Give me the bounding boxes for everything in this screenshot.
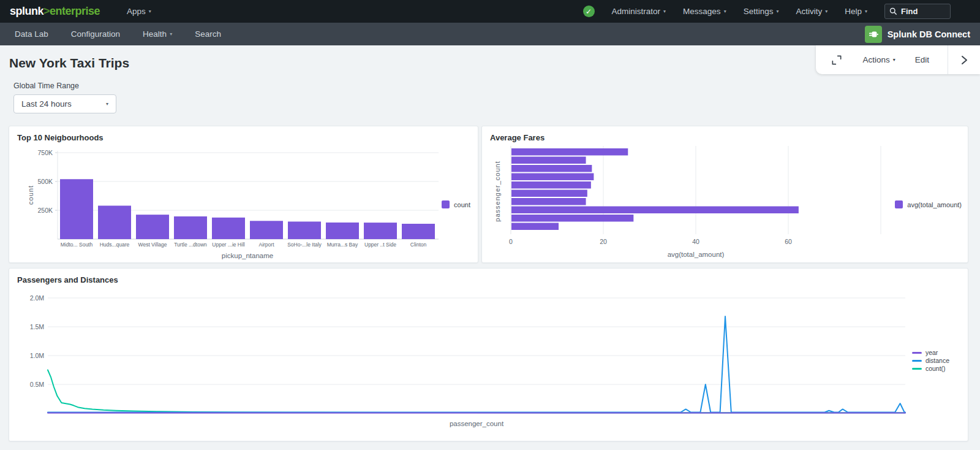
x-tick-label: Turtle ...dtown [174, 242, 207, 248]
x-tick-label: West Village [138, 242, 167, 248]
legend[interactable]: avg(total_amount) [895, 200, 962, 208]
bar-0[interactable] [511, 148, 628, 156]
legend-label: year [925, 349, 938, 356]
health-status-icon[interactable]: ✓ [583, 6, 595, 17]
nav-health[interactable]: Health▾ [143, 29, 172, 39]
menu-settings[interactable]: Settings▾ [744, 7, 779, 16]
menu-help[interactable]: Help▾ [845, 7, 867, 16]
time-range-label: Global Time Range [13, 82, 980, 90]
panel-title: Average Fares [490, 133, 960, 142]
chevron-down-icon: ▾ [865, 9, 867, 14]
panel-title: Top 10 Neigbourhoods [17, 133, 470, 142]
bar-8[interactable] [511, 215, 633, 222]
bar-6[interactable] [288, 221, 321, 239]
bar-9[interactable] [402, 224, 435, 239]
chevron-down-icon: ▾ [170, 32, 172, 37]
x-tick-label: Murra...s Bay [327, 242, 358, 248]
nav-search[interactable]: Search [195, 29, 221, 39]
edit-button[interactable]: Edit [915, 55, 929, 64]
find-input[interactable] [901, 7, 944, 16]
series-distance[interactable] [48, 316, 905, 412]
legend-item-year[interactable]: year [912, 349, 938, 356]
bar-3[interactable] [174, 216, 207, 239]
svg-text:1.0M: 1.0M [30, 352, 44, 359]
svg-text:1.5M: 1.5M [30, 323, 44, 330]
app-identity: Splunk DB Connect [865, 26, 970, 43]
bar-8[interactable] [364, 223, 397, 239]
x-tick-label: SoHo-...le Italy [287, 242, 322, 248]
bar-4[interactable] [212, 218, 245, 239]
average-fares-bar-chart: 0204060avg(total_amount)passenger_count [490, 142, 960, 263]
chevron-down-icon: ▾ [663, 9, 666, 14]
logo-enterprise-text: enterprise [50, 5, 100, 17]
top10-chart-svg: 250K500K750KMidto... SouthHuds...quareWe… [17, 142, 446, 263]
legend[interactable]: yeardistancecount() [912, 349, 949, 372]
fullscreen-expand-icon[interactable] [831, 54, 843, 66]
apps-menu[interactable]: Apps▾ [127, 7, 151, 16]
top-app-bar: splunk>enterprise Apps▾ ✓ Administrator▾… [0, 0, 980, 23]
bar-2[interactable] [136, 215, 169, 239]
topbar-right-group: ✓ Administrator▾ Messages▾ Settings▾ Act… [583, 4, 951, 19]
menu-messages[interactable]: Messages▾ [683, 7, 726, 16]
x-axis-label: pickup_ntaname [222, 252, 273, 259]
bar-1[interactable] [511, 157, 586, 164]
legend-label: count [454, 201, 470, 208]
bar-0[interactable] [60, 179, 93, 239]
chevron-down-icon: ▾ [149, 9, 151, 14]
x-tick-label: Huds...quare [100, 242, 130, 248]
time-range-value: Last 24 hours [21, 99, 72, 109]
find-search-box[interactable] [884, 4, 951, 19]
svg-text:2.0M: 2.0M [30, 294, 44, 302]
app-name: Splunk DB Connect [888, 29, 970, 39]
legend-swatch [912, 360, 922, 362]
chevron-right-button[interactable] [948, 45, 980, 74]
bar-5[interactable] [250, 221, 283, 239]
menu-activity[interactable]: Activity▾ [796, 7, 827, 16]
chevron-down-icon: ▾ [776, 9, 778, 14]
logo-gt: > [43, 5, 50, 17]
dashboard-toolbar: Actions▾ Edit [816, 45, 980, 74]
passengers-chart-svg: 0.5M1.0M1.5M2.0Mpassenger_count [17, 284, 924, 430]
legend-item-count[interactable]: count() [912, 365, 946, 372]
menu-administrator[interactable]: Administrator▾ [612, 7, 666, 16]
bar-7[interactable] [326, 223, 359, 239]
panel-passengers-distances: Passengers and Distances 0.5M1.0M1.5M2.0… [9, 268, 968, 441]
bar-5[interactable] [511, 190, 587, 197]
x-tick-label: Clinton [410, 242, 427, 248]
x-axis-label: passenger_count [450, 420, 504, 427]
x-tick-label: Upper ...ie Hill [212, 242, 244, 248]
bar-2[interactable] [511, 165, 592, 172]
legend-label: avg(total_amount) [907, 201, 962, 208]
top10-bar-chart: 250K500K750KMidto... SouthHuds...quareWe… [17, 142, 470, 263]
svg-text:750K: 750K [37, 149, 53, 156]
panel-title: Passengers and Distances [17, 275, 960, 284]
nav-configuration[interactable]: Configuration [71, 29, 120, 39]
panel-average-fares: Average Fares 0204060avg(total_amount)pa… [481, 126, 968, 263]
bar-9[interactable] [511, 223, 559, 231]
app-nav-bar: Data Lab Configuration Health▾ Search Sp… [0, 23, 980, 45]
bar-7[interactable] [511, 207, 799, 214]
svg-text:20: 20 [600, 238, 607, 245]
legend-label: count() [925, 365, 946, 372]
legend-swatch [895, 200, 903, 208]
svg-text:0: 0 [509, 238, 513, 245]
legend[interactable]: count [442, 200, 470, 208]
legend-swatch [442, 200, 450, 208]
bar-3[interactable] [511, 174, 594, 181]
panel-row-top: Top 10 Neigbourhoods 250K500K750KMidto..… [9, 126, 968, 263]
series-count()[interactable] [48, 370, 905, 413]
bar-4[interactable] [511, 181, 591, 189]
bar-1[interactable] [98, 205, 131, 239]
panel-top10-neighbourhoods: Top 10 Neigbourhoods 250K500K750KMidto..… [9, 126, 478, 263]
actions-menu[interactable]: Actions▾ [862, 55, 895, 64]
x-axis-label: avg(total_amount) [668, 251, 725, 258]
x-tick-label: Upper ..t Side [364, 242, 396, 248]
logo-splunk-text: splunk [10, 5, 43, 17]
legend-item-distance[interactable]: distance [912, 357, 949, 364]
splunk-logo[interactable]: splunk>enterprise [10, 5, 100, 18]
nav-data-lab[interactable]: Data Lab [15, 29, 48, 39]
bar-6[interactable] [511, 198, 586, 205]
svg-text:0.5M: 0.5M [30, 381, 44, 388]
search-icon [889, 7, 897, 15]
time-range-dropdown[interactable]: Last 24 hours ▾ [13, 94, 116, 113]
